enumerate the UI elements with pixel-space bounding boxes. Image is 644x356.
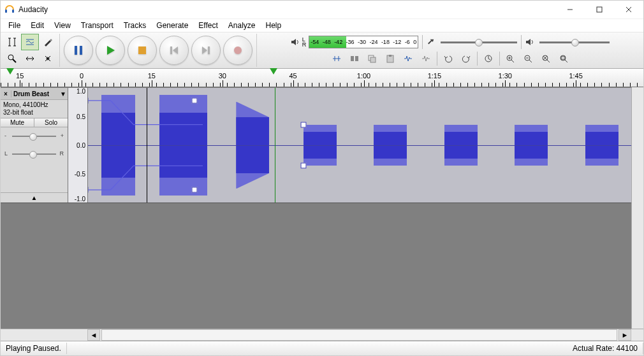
vertical-scale[interactable]: 1.00.50.0-0.5-1.0 <box>68 88 88 203</box>
svg-rect-1 <box>12 10 14 13</box>
menu-file[interactable]: File <box>3 20 26 31</box>
zoom-in-btn[interactable] <box>502 51 519 66</box>
menubar: File Edit View Transport Tracks Generate… <box>1 19 643 32</box>
menu-generate[interactable]: Generate <box>151 20 193 31</box>
track-bitdepth: 32-bit float <box>3 109 65 117</box>
svg-point-12 <box>8 55 13 60</box>
timeshift-tool[interactable] <box>21 50 39 67</box>
selection-tool[interactable] <box>3 34 21 50</box>
playhead-flag-icon[interactable] <box>270 68 277 75</box>
output-vol-icon <box>523 38 537 46</box>
play-button[interactable] <box>96 36 125 65</box>
vertical-scrollbar[interactable] <box>631 87 643 329</box>
horizontal-scrollbar[interactable]: ◄ ► <box>1 329 643 341</box>
redo-btn[interactable] <box>458 51 474 66</box>
envelope-point[interactable] <box>192 187 198 193</box>
track-header: × Drum Beast ▼ Mono, 44100Hz 32-bit floa… <box>1 88 68 203</box>
sync-lock-btn[interactable] <box>480 51 497 66</box>
silence-btn[interactable] <box>400 51 416 66</box>
track-info: Mono, 44100Hz 32-bit float <box>1 100 68 118</box>
cut-btn[interactable] <box>346 51 363 66</box>
zero-line <box>88 145 631 146</box>
gain-slider[interactable]: - + <box>4 130 64 143</box>
track-format: Mono, 44100Hz <box>3 101 65 109</box>
track-menu-button[interactable]: ▼ <box>59 90 68 97</box>
zoom-out-btn[interactable] <box>520 51 537 66</box>
skip-start-button[interactable] <box>159 36 189 65</box>
toolbars: LR -54-48-42-36-30-24-18-12-60 <box>1 32 643 69</box>
undo-btn[interactable] <box>440 51 457 66</box>
statusbar: Playing Paused. Actual Rate: 44100 <box>1 341 643 355</box>
svg-rect-19 <box>170 46 172 54</box>
status-message: Playing Paused. <box>1 343 67 354</box>
output-volume-slider[interactable] <box>539 37 610 47</box>
envelope-tool[interactable] <box>21 34 39 50</box>
meter-ch-r: R <box>302 41 307 48</box>
svg-line-41 <box>565 60 567 62</box>
svg-rect-18 <box>138 46 146 54</box>
solo-button[interactable]: Solo <box>34 118 68 127</box>
track-row: × Drum Beast ▼ Mono, 44100Hz 32-bit floa… <box>1 88 631 203</box>
playback-cursor <box>275 88 275 203</box>
menu-effect[interactable]: Effect <box>193 20 223 31</box>
svg-line-36 <box>529 60 532 62</box>
svg-rect-42 <box>561 57 565 59</box>
svg-rect-23 <box>355 56 358 61</box>
menu-help[interactable]: Help <box>261 20 287 31</box>
envelope-point[interactable] <box>88 97 89 103</box>
pan-slider[interactable]: L R <box>4 148 64 160</box>
minimize-button[interactable] <box>555 1 585 18</box>
multi-tool[interactable] <box>39 50 57 67</box>
record-button[interactable] <box>223 36 252 65</box>
copy-btn[interactable] <box>364 51 381 66</box>
titlebar: Audacity <box>1 1 643 19</box>
status-rate: Actual Rate: 44100 <box>567 343 643 354</box>
fit-proj-btn[interactable] <box>556 51 573 66</box>
close-button[interactable] <box>614 1 643 18</box>
paste-btn[interactable] <box>382 51 399 66</box>
svg-rect-20 <box>208 46 210 54</box>
rec-monitor-slider[interactable] <box>441 37 517 47</box>
rec-meter-icon[interactable] <box>424 38 438 46</box>
scroll-right-button[interactable]: ► <box>618 329 631 341</box>
svg-line-39 <box>547 60 550 62</box>
menu-view[interactable]: View <box>49 20 76 31</box>
maximize-button[interactable] <box>585 1 614 18</box>
scroll-left-button[interactable]: ◄ <box>87 329 100 341</box>
svg-rect-3 <box>597 7 602 12</box>
timeline-ruler[interactable]: 1501530451:001:151:301:45 <box>1 69 643 87</box>
play-meter-icon[interactable] <box>288 38 302 46</box>
svg-line-13 <box>13 59 16 62</box>
track-close-button[interactable]: × <box>1 90 11 97</box>
menu-analyze[interactable]: Analyze <box>223 20 261 31</box>
svg-rect-16 <box>75 46 77 55</box>
svg-rect-17 <box>80 46 82 55</box>
envelope-point[interactable] <box>300 163 306 169</box>
start-flag-icon[interactable] <box>6 68 14 75</box>
svg-line-30 <box>488 59 490 60</box>
mute-button[interactable]: Mute <box>1 118 34 127</box>
envelope-point[interactable] <box>88 187 89 193</box>
svg-rect-27 <box>389 55 392 57</box>
track-area: × Drum Beast ▼ Mono, 44100Hz 32-bit floa… <box>1 87 631 329</box>
stop-button[interactable] <box>128 36 157 65</box>
track-collapse-button[interactable]: ▲ <box>1 192 68 203</box>
menu-edit[interactable]: Edit <box>26 20 49 31</box>
waveform-canvas[interactable] <box>88 88 631 203</box>
skip-end-button[interactable] <box>191 36 221 65</box>
silence2-btn[interactable] <box>418 51 434 66</box>
draw-tool[interactable] <box>39 34 57 50</box>
scroll-thumb[interactable] <box>101 329 617 341</box>
playback-meter[interactable]: -54-48-42-36-30-24-18-12-60 <box>309 36 418 48</box>
svg-rect-22 <box>351 56 354 61</box>
track-name[interactable]: Drum Beast <box>11 90 59 97</box>
envelope-point[interactable] <box>192 97 198 103</box>
trim-btn[interactable] <box>328 51 345 66</box>
zoom-tool[interactable] <box>3 50 21 67</box>
fit-sel-btn[interactable] <box>538 51 555 66</box>
menu-tracks[interactable]: Tracks <box>119 20 152 31</box>
menu-transport[interactable]: Transport <box>76 20 119 31</box>
svg-line-32 <box>511 60 514 62</box>
envelope-point[interactable] <box>300 122 306 127</box>
pause-button[interactable] <box>64 36 93 65</box>
